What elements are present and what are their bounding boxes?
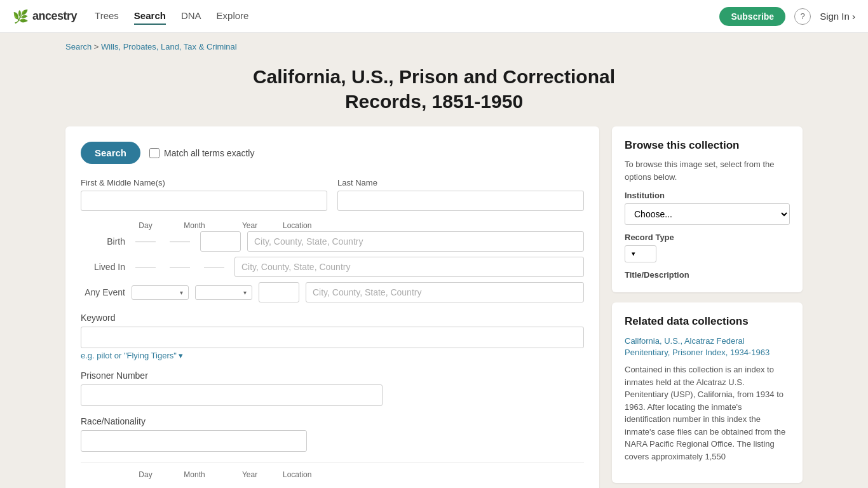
last-name-group: Last Name [337,178,584,211]
header-left: 🌿 ancestry Trees Search DNA Explore [13,8,248,25]
search-button[interactable]: Search [81,142,140,164]
match-label[interactable]: Match all terms exactly [149,148,254,158]
date-column-headers: Day Month Year Location [81,221,584,230]
prisoner-number-section: Prisoner Number [81,370,584,406]
related-collection-link[interactable]: California, U.S., Alcatraz Federal Penit… [625,336,790,358]
chevron-down-icon: ▾ [179,351,183,360]
signin-link[interactable]: Sign In › [820,11,855,22]
breadcrumb: Search > Wills, Probates, Land, Tax & Cr… [53,33,815,51]
header-right: Subscribe ? Sign In › [719,7,855,26]
birth-day-dash: —— [132,236,159,247]
nav-dna[interactable]: DNA [181,8,201,25]
last-name-input[interactable] [337,191,584,211]
race-nationality-input[interactable] [81,430,307,452]
keyword-hint-text: e.g. pilot or "Flying Tigers" [81,351,177,360]
birth-year-input[interactable] [200,231,241,252]
livedin-day-dash: —— [132,261,159,273]
keyword-hint[interactable]: e.g. pilot or "Flying Tigers" ▾ [81,351,183,360]
any-event-label: Any Event [81,287,125,297]
any-event-location-input[interactable] [306,282,584,302]
birth-month-dash: —— [166,236,194,247]
nav-explore[interactable]: Explore [217,8,249,25]
any-event-year-input[interactable] [259,282,299,302]
any-event-month-dropdown[interactable]: ▾ [195,285,252,300]
birth-label: Birth [81,236,125,247]
record-type-section: Record Type ▾ [625,233,790,262]
bottom-date-headers: Day Month Year Location [81,462,584,479]
breadcrumb-separator: > [92,42,101,51]
day-header: Day [132,221,159,230]
last-name-label: Last Name [337,178,584,187]
breadcrumb-search-link[interactable]: Search [65,42,92,51]
logo-text: ancestry [32,10,77,23]
main-content: Search Match all terms exactly First & M… [53,114,815,488]
related-collections-title: Related data collections [625,315,790,328]
race-nationality-label: Race/Nationality [81,416,584,426]
record-type-dropdown[interactable]: ▾ [625,245,656,262]
year-header: Year [229,221,270,230]
chevron-down-icon: ▾ [180,289,183,296]
browse-collection-card: Browse this collection To browse this im… [612,126,803,292]
main-nav: Trees Search DNA Explore [95,8,248,25]
match-checkbox[interactable] [149,148,159,158]
lived-in-label: Lived In [81,262,125,272]
chevron-down-icon: ▾ [243,289,247,296]
logo: 🌿 ancestry [13,9,77,24]
subscribe-button[interactable]: Subscribe [719,7,785,26]
birth-row: Birth —— —— [81,231,584,252]
livedin-year-dash: —— [200,261,228,273]
any-event-day-dropdown[interactable]: ▾ [132,285,189,300]
sidebar: Browse this collection To browse this im… [612,126,803,483]
livedin-month-dash: —— [166,261,194,273]
ancestry-leaf-icon: 🌿 [13,9,29,24]
birth-location-input[interactable] [247,231,584,252]
match-label-text: Match all terms exactly [164,148,254,158]
nav-search[interactable]: Search [134,8,166,25]
prisoner-number-input[interactable] [81,384,383,406]
location-header: Location [276,221,584,230]
header: 🌿 ancestry Trees Search DNA Explore Subs… [0,0,868,33]
nav-trees[interactable]: Trees [95,8,119,25]
chevron-down-icon: ▾ [632,250,635,258]
any-event-row: Any Event ▾ ▾ [81,282,584,302]
page-title: California, U.S., Prison and Correctiona… [212,64,656,114]
breadcrumb-section-link[interactable]: Wills, Probates, Land, Tax & Criminal [101,42,237,51]
lived-in-location-input[interactable] [234,257,584,277]
first-middle-group: First & Middle Name(s) [81,178,327,211]
month-header: Month [166,221,223,230]
related-collection-description: Contained in this collection is an index… [625,363,790,463]
title-desc-label: Title/Description [625,270,790,280]
prisoner-number-label: Prisoner Number [81,370,584,381]
bottom-location-header: Location [276,470,584,479]
first-middle-input[interactable] [81,191,327,211]
search-top-row: Search Match all terms exactly [81,142,584,164]
help-button[interactable]: ? [794,8,811,25]
record-type-label: Record Type [625,233,790,242]
browse-title: Browse this collection [625,139,790,152]
bottom-year-header: Year [229,470,270,479]
bottom-month-header: Month [166,470,223,479]
keyword-label: Keyword [81,313,584,323]
race-nationality-section: Race/Nationality [81,416,584,452]
page-title-section: California, U.S., Prison and Correctiona… [0,51,868,114]
keyword-section: Keyword e.g. pilot or "Flying Tigers" ▾ [81,313,584,360]
browse-description: To browse this image set, select from th… [625,158,790,183]
lived-in-row: Lived In —— —— —— [81,257,584,277]
related-collections-card: Related data collections California, U.S… [612,302,803,483]
institution-label: Institution [625,191,790,200]
keyword-input[interactable] [81,327,584,348]
search-panel: Search Match all terms exactly First & M… [65,126,599,488]
bottom-day-header: Day [132,470,159,479]
institution-select[interactable]: Choose... [625,203,790,225]
first-middle-label: First & Middle Name(s) [81,178,327,187]
name-fields-row: First & Middle Name(s) Last Name [81,178,584,211]
